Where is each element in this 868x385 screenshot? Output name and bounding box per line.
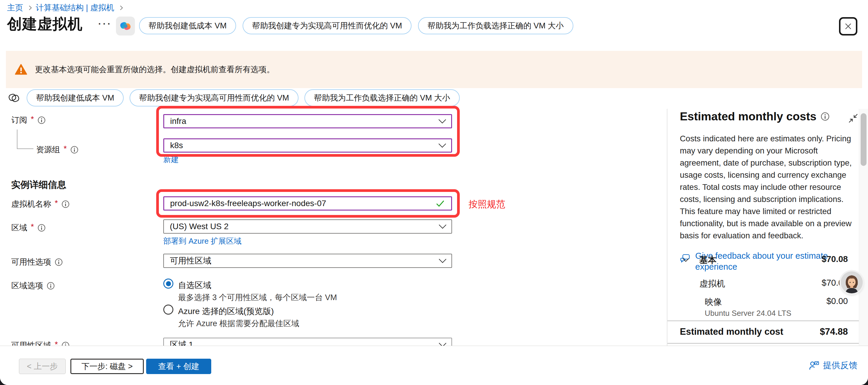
tree-connector — [17, 149, 33, 149]
radio-azure-selected-zones-desc: 允许 Azure 根据需要分配最佳区域 — [178, 318, 300, 329]
breadcrumb: 主页 计算基础结构 | 虚拟机 — [7, 2, 123, 13]
info-icon[interactable] — [47, 282, 55, 290]
vm-name-label: 虚拟机名称 * — [11, 199, 69, 210]
radio-self-selected-zones-label[interactable]: 自选区域 — [178, 280, 211, 291]
pill-high-availability-vm[interactable]: 帮助我创建专为实现高可用性而优化的 VM — [243, 17, 411, 34]
pill-right-vm-size[interactable]: 帮助我为工作负载选择正确的 VM 大小 — [418, 17, 574, 34]
region-dropdown[interactable]: (US) West US 2 — [163, 219, 452, 234]
chevron-down-icon — [438, 143, 446, 148]
total-cost-label: Estimated monthly cost — [680, 326, 783, 337]
pill-low-cost-vm[interactable]: 帮助我创建低成本 VM — [139, 17, 236, 34]
breadcrumb-virtual-machines[interactable]: 计算基础结构 | 虚拟机 — [36, 2, 114, 13]
resource-group-value: k8s — [170, 141, 183, 150]
warning-text: 更改基本选项可能会重置所做的选择。创建虚拟机前查看所有选项。 — [35, 64, 275, 75]
collapse-panel-icon[interactable] — [848, 114, 858, 123]
valid-check-icon — [436, 200, 445, 207]
deploy-edge-zone-link[interactable]: 部署到 Azure 扩展区域 — [163, 236, 241, 246]
divider — [668, 343, 868, 344]
footer-bar: < 上一步 下一步: 磁盘 > 查看 + 创建 提供反馈 — [0, 346, 868, 385]
cost-row-image: 映像 — [705, 296, 722, 308]
cost-row-vm: 虚拟机 — [700, 278, 725, 290]
resource-group-dropdown[interactable]: k8s — [163, 138, 452, 153]
avatar[interactable] — [841, 271, 863, 293]
previous-button[interactable]: < 上一步 — [19, 359, 66, 374]
info-icon[interactable] — [38, 116, 45, 124]
region-value: (US) West US 2 — [170, 222, 229, 231]
pill-high-availability-vm[interactable]: 帮助我创建专为实现高可用性而优化的 VM — [130, 89, 299, 106]
more-actions-button[interactable]: ··· — [98, 18, 112, 29]
subscription-value: infra — [170, 117, 186, 126]
instance-details-section-title: 实例详细信息 — [11, 179, 66, 191]
person-feedback-icon — [809, 360, 819, 371]
required-asterisk: * — [55, 199, 58, 208]
copilot-button[interactable] — [116, 17, 135, 35]
total-cost-value: $74.88 — [799, 326, 848, 337]
required-asterisk: * — [31, 115, 34, 124]
cost-group-basic[interactable]: 基本 — [700, 254, 716, 266]
warning-icon — [15, 64, 27, 75]
chevron-down-icon[interactable] — [682, 258, 689, 262]
create-vm-window: 主页 计算基础结构 | 虚拟机 创建虚拟机 ··· 帮助我创建低成本 VM — [0, 0, 868, 385]
zone-options-label: 区域选项 — [11, 280, 55, 291]
costs-panel-title: Estimated monthly costs — [680, 110, 816, 123]
info-icon[interactable] — [821, 112, 830, 121]
tree-connector — [17, 130, 18, 149]
cost-group-basic-value: $70.08 — [805, 254, 848, 264]
availability-options-dropdown[interactable]: 可用性区域 — [163, 254, 452, 268]
chevron-down-icon — [438, 258, 447, 263]
subscription-dropdown[interactable]: infra — [163, 114, 452, 128]
copilot-outline-icon — [7, 91, 21, 105]
page-title: 创建虚拟机 — [7, 14, 83, 34]
info-icon[interactable] — [55, 258, 63, 266]
availability-options-value: 可用性区域 — [170, 255, 211, 266]
costs-disclaimer: Costs indicated here are estimates only.… — [680, 132, 852, 242]
vm-name-annotation: 按照规范 — [469, 198, 505, 211]
divider — [668, 321, 868, 321]
vm-name-value: prod-usw2-k8s-freeleaps-worker-nodes-07 — [170, 199, 326, 208]
region-label: 区域 * — [11, 222, 45, 233]
required-asterisk: * — [31, 222, 34, 231]
create-new-link[interactable]: 新建 — [163, 154, 179, 165]
availability-options-label: 可用性选项 — [11, 257, 63, 267]
next-disks-button[interactable]: 下一步: 磁盘 > — [70, 359, 144, 374]
warning-banner: 更改基本选项可能会重置所做的选择。创建虚拟机前查看所有选项。 — [6, 51, 862, 88]
chevron-down-icon — [438, 224, 447, 229]
info-icon[interactable] — [70, 146, 79, 154]
required-asterisk: * — [64, 144, 67, 154]
panel-divider — [667, 109, 668, 346]
resource-group-label: 资源组 * — [36, 144, 79, 155]
copilot-assist-row: 帮助我创建低成本 VM 帮助我创建专为实现高可用性而优化的 VM 帮助我为工作负… — [7, 89, 460, 106]
scrollbar-thumb[interactable] — [861, 113, 867, 166]
copilot-icon — [119, 19, 132, 33]
chevron-right-icon — [118, 5, 123, 10]
avatar-image — [841, 271, 863, 293]
review-create-button[interactable]: 查看 + 创建 — [146, 359, 211, 374]
cost-row-image-value: $0.00 — [805, 296, 848, 306]
pill-right-vm-size[interactable]: 帮助我为工作负载选择正确的 VM 大小 — [304, 89, 460, 106]
header-suggestion-pills: 帮助我创建低成本 VM 帮助我创建专为实现高可用性而优化的 VM 帮助我为工作负… — [139, 17, 574, 34]
radio-self-selected-zones[interactable] — [163, 279, 173, 289]
info-icon[interactable] — [38, 224, 45, 232]
estimated-costs-panel: Estimated monthly costs Costs indicated … — [680, 110, 856, 272]
breadcrumb-home[interactable]: 主页 — [7, 2, 23, 13]
pill-low-cost-vm[interactable]: 帮助我创建低成本 VM — [27, 89, 124, 106]
chevron-right-icon — [27, 5, 32, 10]
radio-azure-selected-zones-label[interactable]: Azure 选择的区域(预览版) — [178, 306, 274, 317]
feedback-button[interactable]: 提供反馈 — [809, 360, 857, 372]
close-icon — [843, 22, 853, 31]
vm-name-input[interactable]: prod-usw2-k8s-freeleaps-worker-nodes-07 — [163, 196, 452, 211]
chevron-down-icon — [438, 119, 446, 124]
subscription-label: 订阅 * — [11, 115, 45, 125]
radio-self-selected-zones-desc: 最多选择 3 个可用性区域，每个区域一台 VM — [178, 292, 337, 303]
info-icon[interactable] — [62, 200, 69, 208]
scrollbar-track[interactable] — [859, 109, 868, 346]
radio-azure-selected-zones[interactable] — [163, 304, 173, 315]
close-button[interactable] — [839, 17, 857, 35]
cost-row-image-sub: Ubuntu Server 24.04 LTS — [705, 309, 792, 318]
